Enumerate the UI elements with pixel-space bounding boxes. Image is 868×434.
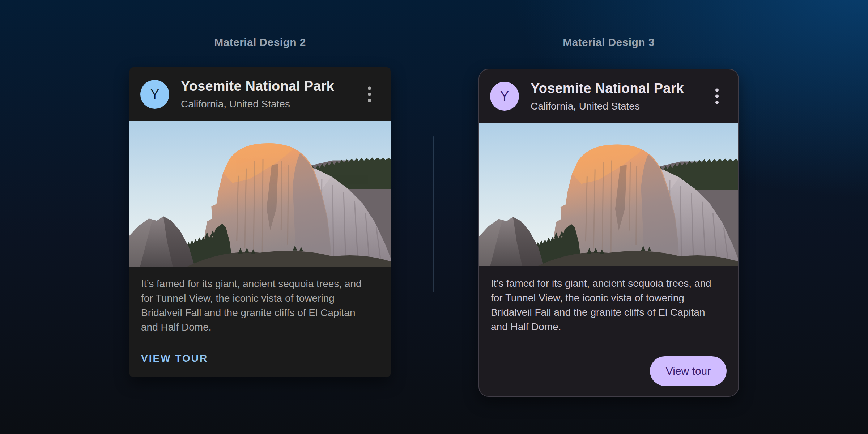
kebab-menu-icon: [715, 89, 719, 92]
view-tour-button[interactable]: VIEW TOUR: [141, 353, 208, 364]
md2-card-actions: VIEW TOUR: [129, 353, 391, 377]
more-options-button[interactable]: [364, 83, 375, 106]
avatar: Y: [140, 80, 169, 109]
yosemite-photo-image: [129, 121, 391, 267]
kebab-menu-icon: [368, 86, 371, 90]
column-heading-md2: Material Design 2: [129, 36, 391, 48]
avatar: Y: [490, 82, 519, 111]
md3-card-header: Y Yosemite National Park California, Uni…: [479, 69, 738, 123]
card-subtitle: California, United States: [531, 101, 684, 112]
md3-card: Y Yosemite National Park California, Uni…: [478, 69, 739, 397]
more-options-button[interactable]: [712, 85, 722, 108]
avatar-letter: Y: [500, 89, 509, 104]
yosemite-photo-image: [479, 123, 738, 266]
md2-card: Y Yosemite National Park California, Uni…: [129, 67, 391, 377]
md2-card-titles: Yosemite National Park California, Unite…: [181, 78, 334, 110]
card-body-text: It’s famed for its giant, ancient sequoi…: [129, 267, 391, 353]
column-heading-md3: Material Design 3: [478, 36, 739, 48]
card-title: Yosemite National Park: [531, 81, 684, 96]
card-subtitle: California, United States: [181, 98, 334, 110]
card-body-text: It’s famed for its giant, ancient sequoi…: [479, 266, 738, 356]
vertical-divider: [433, 136, 434, 292]
avatar-letter: Y: [150, 87, 159, 102]
md3-card-actions: View tour: [479, 356, 738, 396]
canvas: { "columns": { "md2": { "heading": "Mate…: [0, 0, 868, 434]
card-title: Yosemite National Park: [181, 78, 334, 94]
md2-card-header: Y Yosemite National Park California, Uni…: [129, 67, 391, 121]
view-tour-button[interactable]: View tour: [650, 356, 727, 386]
md3-card-titles: Yosemite National Park California, Unite…: [531, 81, 684, 112]
